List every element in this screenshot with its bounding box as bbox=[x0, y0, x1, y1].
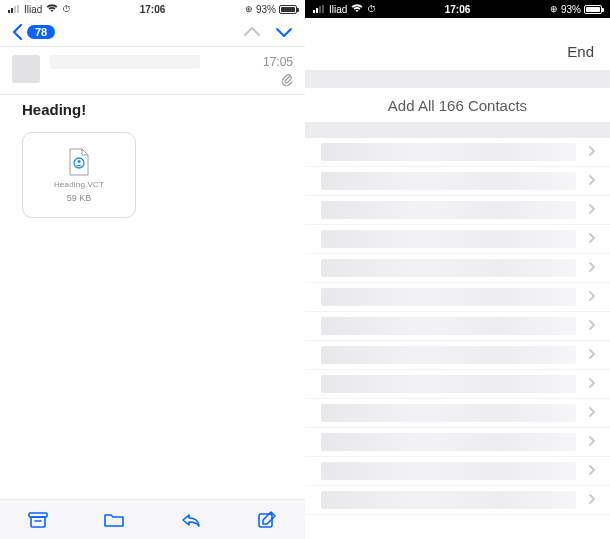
contact-row[interactable] bbox=[305, 370, 610, 399]
message-time: 17:05 bbox=[263, 55, 293, 69]
svg-point-5 bbox=[77, 159, 80, 162]
next-message-button[interactable] bbox=[275, 26, 293, 38]
paperclip-icon bbox=[281, 73, 293, 90]
contacts-import-pane: Iliad ⏱ 17:06 ⊕ 93% End Add All 166 Cont… bbox=[305, 0, 610, 539]
chevron-right-icon bbox=[588, 317, 596, 335]
attachment-size: 59 KB bbox=[67, 193, 92, 203]
add-all-label: Add All 166 Contacts bbox=[388, 97, 527, 114]
alarm-icon: ⏱ bbox=[62, 4, 71, 14]
battery-icon bbox=[279, 5, 297, 14]
contact-name-redacted bbox=[321, 433, 576, 451]
chevron-right-icon bbox=[588, 375, 596, 393]
chevron-right-icon bbox=[588, 201, 596, 219]
svg-rect-0 bbox=[8, 10, 10, 13]
chevron-right-icon bbox=[588, 433, 596, 451]
battery-percent: 93% bbox=[561, 4, 581, 15]
spacer bbox=[305, 18, 610, 32]
status-time: 17:06 bbox=[140, 4, 166, 15]
end-label: End bbox=[567, 43, 594, 60]
contact-row[interactable] bbox=[305, 283, 610, 312]
contact-name-redacted bbox=[321, 172, 576, 190]
email-pane: Iliad ⏱ 17:06 ⊕ 93% 78 bbox=[0, 0, 305, 539]
svg-rect-3 bbox=[17, 5, 19, 13]
reply-button[interactable] bbox=[180, 509, 202, 531]
status-bar-right: Iliad ⏱ 17:06 ⊕ 93% bbox=[305, 0, 610, 18]
sender-name-redacted bbox=[50, 55, 200, 69]
contact-row[interactable] bbox=[305, 225, 610, 254]
chevron-right-icon bbox=[588, 288, 596, 306]
svg-rect-11 bbox=[316, 8, 318, 13]
contact-name-redacted bbox=[321, 201, 576, 219]
chevron-right-icon bbox=[588, 491, 596, 509]
contact-name-redacted bbox=[321, 288, 576, 306]
archive-button[interactable] bbox=[27, 509, 49, 531]
signal-icon bbox=[8, 4, 20, 15]
svg-rect-13 bbox=[322, 5, 324, 13]
contacts-list bbox=[305, 138, 610, 515]
email-toolbar bbox=[0, 499, 305, 539]
contact-name-redacted bbox=[321, 230, 576, 248]
contact-row[interactable] bbox=[305, 254, 610, 283]
orientation-lock-icon: ⊕ bbox=[550, 4, 558, 14]
alarm-icon: ⏱ bbox=[367, 4, 376, 14]
svg-rect-10 bbox=[313, 10, 315, 13]
compose-button[interactable] bbox=[256, 509, 278, 531]
contact-row[interactable] bbox=[305, 399, 610, 428]
chevron-right-icon bbox=[588, 230, 596, 248]
sender-avatar[interactable] bbox=[12, 55, 40, 83]
message-header: 17:05 bbox=[0, 47, 305, 94]
chevron-right-icon bbox=[588, 346, 596, 364]
orientation-lock-icon: ⊕ bbox=[245, 4, 253, 14]
contact-row[interactable] bbox=[305, 486, 610, 515]
svg-rect-2 bbox=[14, 6, 16, 13]
svg-rect-7 bbox=[31, 517, 45, 527]
contact-name-redacted bbox=[321, 462, 576, 480]
contact-name-redacted bbox=[321, 404, 576, 422]
contact-row[interactable] bbox=[305, 428, 610, 457]
contact-name-redacted bbox=[321, 346, 576, 364]
contact-row[interactable] bbox=[305, 196, 610, 225]
attachment-filename: Heading.VCT bbox=[54, 180, 104, 189]
contact-name-redacted bbox=[321, 375, 576, 393]
contact-name-redacted bbox=[321, 317, 576, 335]
section-gap bbox=[305, 70, 610, 88]
contact-name-redacted bbox=[321, 491, 576, 509]
carrier-label: Iliad bbox=[24, 4, 42, 15]
move-folder-button[interactable] bbox=[103, 509, 125, 531]
nav-bar: 78 bbox=[0, 18, 305, 46]
unread-count-badge: 78 bbox=[27, 25, 55, 39]
contact-row[interactable] bbox=[305, 341, 610, 370]
svg-rect-1 bbox=[11, 8, 13, 13]
chevron-right-icon bbox=[588, 404, 596, 422]
status-time: 17:06 bbox=[445, 4, 471, 15]
chevron-right-icon bbox=[588, 259, 596, 277]
wifi-icon bbox=[46, 4, 58, 15]
signal-icon bbox=[313, 4, 325, 15]
contact-row[interactable] bbox=[305, 457, 610, 486]
contact-row[interactable] bbox=[305, 138, 610, 167]
battery-percent: 93% bbox=[256, 4, 276, 15]
chevron-right-icon bbox=[588, 143, 596, 161]
chevron-right-icon bbox=[588, 462, 596, 480]
add-all-contacts-button[interactable]: Add All 166 Contacts bbox=[305, 88, 610, 122]
vcard-file-icon bbox=[68, 148, 90, 176]
contact-row[interactable] bbox=[305, 167, 610, 196]
message-subject: Heading! bbox=[0, 95, 305, 126]
status-bar-left: Iliad ⏱ 17:06 ⊕ 93% bbox=[0, 0, 305, 18]
contact-name-redacted bbox=[321, 143, 576, 161]
wifi-icon bbox=[351, 4, 363, 15]
previous-message-button[interactable] bbox=[243, 26, 261, 38]
end-button[interactable]: End bbox=[305, 32, 610, 70]
battery-icon bbox=[584, 5, 602, 14]
contact-row[interactable] bbox=[305, 312, 610, 341]
svg-rect-12 bbox=[319, 6, 321, 13]
chevron-right-icon bbox=[588, 172, 596, 190]
back-button[interactable]: 78 bbox=[12, 23, 55, 41]
carrier-label: Iliad bbox=[329, 4, 347, 15]
section-gap bbox=[305, 122, 610, 138]
chevron-left-icon bbox=[12, 23, 23, 41]
attachment-vcf[interactable]: Heading.VCT 59 KB bbox=[22, 132, 136, 218]
contact-name-redacted bbox=[321, 259, 576, 277]
